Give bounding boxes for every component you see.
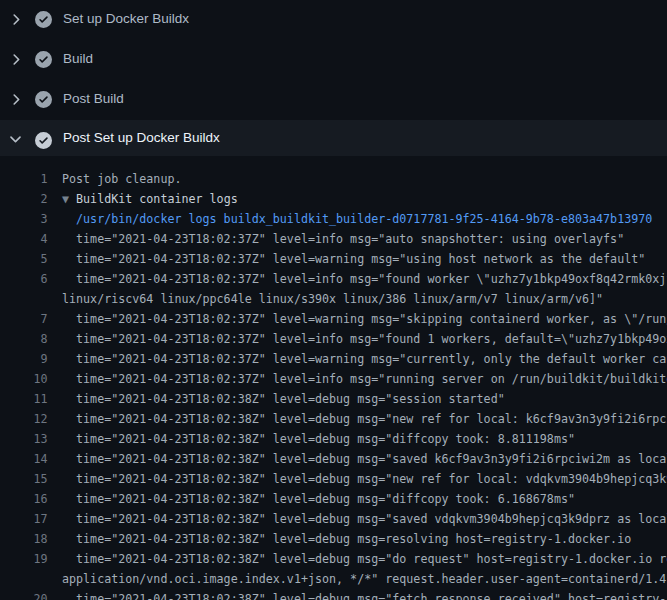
log-line-5: 5 time="2021-04-23T18:02:37Z" level=warn…: [0, 249, 667, 269]
check-circle-icon: [35, 91, 52, 108]
log-line-text: time="2021-04-23T18:02:38Z" level=debug …: [62, 489, 575, 509]
log-line-text: time="2021-04-23T18:02:38Z" level=debug …: [62, 589, 667, 600]
log-line-number[interactable]: 6: [0, 269, 48, 289]
log-line-14: 14 time="2021-04-23T18:02:38Z" level=deb…: [0, 449, 667, 469]
log-line-6: 6 time="2021-04-23T18:02:37Z" level=info…: [0, 269, 667, 289]
log-line-11: 11 time="2021-04-23T18:02:38Z" level=deb…: [0, 389, 667, 409]
log-line-number[interactable]: 14: [0, 449, 48, 469]
log-line-text: time="2021-04-23T18:02:38Z" level=debug …: [62, 529, 631, 549]
log-line-2: 2▼ BuildKit container logs: [0, 189, 667, 209]
step-post-build[interactable]: Post Build: [0, 80, 667, 120]
chevron-right-icon[interactable]: [7, 51, 24, 68]
log-line-15: 15 time="2021-04-23T18:02:38Z" level=deb…: [0, 469, 667, 489]
log-line-number[interactable]: 7: [0, 309, 48, 329]
log-line-number[interactable]: 10: [0, 369, 48, 389]
log-line-7: 7 time="2021-04-23T18:02:37Z" level=warn…: [0, 309, 667, 329]
log-line-number[interactable]: 3: [0, 209, 48, 229]
log-line-text: time="2021-04-23T18:02:38Z" level=debug …: [62, 429, 575, 449]
log-line-number[interactable]: 12: [0, 409, 48, 429]
check-circle-icon: [35, 11, 52, 28]
log-line-13: 13 time="2021-04-23T18:02:38Z" level=deb…: [0, 429, 667, 449]
log-line-9: 9 time="2021-04-23T18:02:37Z" level=warn…: [0, 349, 667, 369]
step-label: Post Set up Docker Buildx: [63, 120, 220, 156]
step-list: Set up Docker Buildx Build Post Build Po…: [0, 0, 667, 160]
group-expanded-marker: ▼: [62, 192, 76, 206]
log-line-number[interactable]: 2: [0, 189, 48, 209]
log-line-text: time="2021-04-23T18:02:38Z" level=debug …: [62, 449, 667, 469]
log-line-number[interactable]: 1: [0, 169, 48, 189]
log-line-text: time="2021-04-23T18:02:37Z" level=warnin…: [62, 309, 667, 329]
log-line-number[interactable]: 9: [0, 349, 48, 369]
log-line-10: 10 time="2021-04-23T18:02:37Z" level=inf…: [0, 369, 667, 389]
log-line-number[interactable]: 17: [0, 509, 48, 529]
log-line-19-wrap: application/vnd.oci.image.index.v1+json,…: [0, 569, 667, 589]
log-line-16: 16 time="2021-04-23T18:02:38Z" level=deb…: [0, 489, 667, 509]
log-line-text: time="2021-04-23T18:02:38Z" level=debug …: [62, 509, 667, 529]
log-group-toggle[interactable]: ▼ BuildKit container logs: [62, 189, 238, 209]
log-line-text: time="2021-04-23T18:02:38Z" level=debug …: [62, 549, 667, 569]
step-label: Post Build: [63, 80, 124, 118]
log-line-number[interactable]: 19: [0, 549, 48, 569]
log-line-number[interactable]: 15: [0, 469, 48, 489]
step-set-up-docker-buildx[interactable]: Set up Docker Buildx: [0, 0, 667, 40]
step-post-set-up-docker-buildx[interactable]: Post Set up Docker Buildx: [0, 120, 667, 156]
log-line-3: 3 /usr/bin/docker logs buildx_buildkit_b…: [0, 209, 667, 229]
log-line-1: 1Post job cleanup.: [0, 169, 667, 189]
chevron-down-icon[interactable]: [7, 131, 24, 148]
log-line-number[interactable]: 5: [0, 249, 48, 269]
log-pane: 1Post job cleanup.2▼ BuildKit container …: [0, 160, 667, 600]
log-line-4: 4 time="2021-04-23T18:02:37Z" level=info…: [0, 229, 667, 249]
log-line-text: application/vnd.oci.image.index.v1+json,…: [62, 569, 667, 589]
log-line-number[interactable]: 11: [0, 389, 48, 409]
log-line-text: linux/riscv64 linux/ppc64le linux/s390x …: [62, 289, 603, 309]
log-line-number[interactable]: 20: [0, 589, 48, 600]
log-line-17: 17 time="2021-04-23T18:02:38Z" level=deb…: [0, 509, 667, 529]
log-line-text: time="2021-04-23T18:02:38Z" level=debug …: [62, 409, 667, 429]
log-line-text: Post job cleanup.: [62, 169, 181, 189]
log-line-text: time="2021-04-23T18:02:38Z" level=debug …: [62, 389, 505, 409]
chevron-right-icon[interactable]: [7, 91, 24, 108]
log-line-19: 19 time="2021-04-23T18:02:38Z" level=deb…: [0, 549, 667, 569]
step-build[interactable]: Build: [0, 40, 667, 80]
log-line-20: 20 time="2021-04-23T18:02:38Z" level=deb…: [0, 589, 667, 600]
log-line-text: time="2021-04-23T18:02:37Z" level=warnin…: [62, 349, 667, 369]
log-line-text: /usr/bin/docker logs buildx_buildkit_bui…: [62, 209, 652, 229]
actions-log-viewer: { "app": "GitHub Actions job log viewer …: [0, 0, 667, 600]
log-line-text: time="2021-04-23T18:02:37Z" level=warnin…: [62, 249, 645, 269]
check-circle-icon: [35, 132, 52, 149]
log-line-text: time="2021-04-23T18:02:37Z" level=info m…: [62, 229, 624, 249]
log-line-12: 12 time="2021-04-23T18:02:38Z" level=deb…: [0, 409, 667, 429]
step-label: Build: [63, 40, 93, 78]
log-line-number[interactable]: 16: [0, 489, 48, 509]
log-line-8: 8 time="2021-04-23T18:02:37Z" level=info…: [0, 329, 667, 349]
log-line-number[interactable]: 18: [0, 529, 48, 549]
log-line-text: time="2021-04-23T18:02:38Z" level=debug …: [62, 469, 667, 489]
log-line-text: time="2021-04-23T18:02:37Z" level=info m…: [62, 329, 667, 349]
chevron-right-icon[interactable]: [7, 11, 24, 28]
log-line-number[interactable]: 8: [0, 329, 48, 349]
log-line-text: time="2021-04-23T18:02:37Z" level=info m…: [62, 369, 667, 389]
log-line-number[interactable]: 4: [0, 229, 48, 249]
step-label: Set up Docker Buildx: [63, 0, 189, 38]
log-line-text: time="2021-04-23T18:02:37Z" level=info m…: [62, 269, 667, 289]
check-circle-icon: [35, 51, 52, 68]
log-line-6-wrap: linux/riscv64 linux/ppc64le linux/s390x …: [0, 289, 667, 309]
log-line-number[interactable]: 13: [0, 429, 48, 449]
log-line-18: 18 time="2021-04-23T18:02:38Z" level=deb…: [0, 529, 667, 549]
